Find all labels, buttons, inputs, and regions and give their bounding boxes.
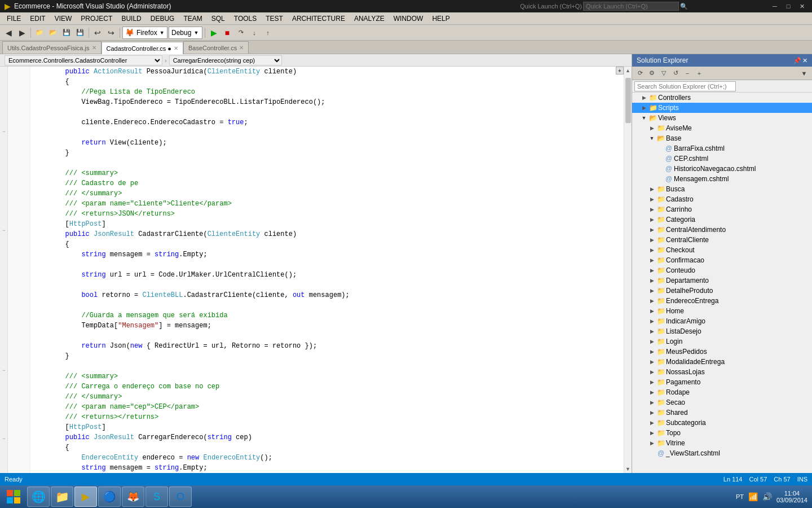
tree-item-views[interactable]: ▼ 📂 Views (632, 113, 812, 123)
menu-edit[interactable]: EDIT (25, 14, 50, 24)
taskbar-outlook[interactable]: O (169, 487, 192, 507)
collapse-marker-1[interactable]: − (0, 128, 8, 135)
tree-item-controllers[interactable]: ▶ 📁 Controllers (632, 93, 812, 103)
menu-team[interactable]: TEAM (179, 14, 206, 24)
tree-item-centralatendimento[interactable]: ▶ 📁 CentralAtendimento (632, 225, 812, 235)
se-sync-button[interactable]: ⟳ (634, 68, 646, 79)
tree-item-mensagem[interactable]: @ Mensagem.cshtml (632, 174, 812, 184)
tree-item-carrinho[interactable]: ▶ 📁 Carrinho (632, 204, 812, 214)
tree-item-viewstart[interactable]: @ _ViewStart.cshtml (632, 448, 812, 458)
tree-item-rodape[interactable]: ▶ 📁 Rodape (632, 387, 812, 397)
undo-button[interactable]: ↩ (91, 27, 104, 39)
tree-item-scripts[interactable]: ▶ 📁 Scripts (632, 103, 812, 113)
menu-tools[interactable]: TOOLS (230, 14, 261, 24)
start-button[interactable] (2, 485, 25, 508)
collapse-marker-2[interactable]: − (0, 226, 8, 234)
redo-button[interactable]: ↪ (105, 27, 117, 39)
menu-file[interactable]: FILE (2, 14, 25, 24)
tree-item-listadesejo[interactable]: ▶ 📁 ListaDesejo (632, 326, 812, 336)
menu-analyze[interactable]: ANALYZE (350, 14, 389, 24)
tree-item-checkout[interactable]: ▶ 📁 Checkout (632, 245, 812, 255)
open-button[interactable]: 📂 (47, 27, 59, 39)
method-select[interactable]: CarregarEndereco(string cep) (169, 55, 282, 65)
tab-utils[interactable]: Utils.CadastroPessoaFisica.js ✕ (2, 41, 102, 54)
step-out-button[interactable]: ↑ (262, 27, 274, 39)
browser-dropdown[interactable]: 🦊 Firefox ▼ (122, 27, 167, 39)
step-over-button[interactable]: ↷ (235, 27, 247, 39)
tray-sound-icon[interactable]: 🔊 (762, 492, 772, 501)
tree-item-home[interactable]: ▶ 📁 Home (632, 306, 812, 316)
tab-base-controller[interactable]: BaseController.cs ✕ (183, 41, 249, 54)
tree-item-historico[interactable]: @ HistoricoNavegacao.cshtml (632, 164, 812, 174)
tree-item-enderecoentrega[interactable]: ▶ 📁 EnderecoEntrega (632, 296, 812, 306)
tree-item-vitrine[interactable]: ▶ 📁 Vitrine (632, 438, 812, 448)
tree-item-detalheproduto[interactable]: ▶ 📁 DetalheProduto (632, 286, 812, 296)
namespace-select[interactable]: Ecommerce.Controllers.CadastroController (5, 55, 162, 65)
menu-help[interactable]: HELP (427, 14, 454, 24)
close-button[interactable]: ✕ (796, 2, 807, 11)
menu-build[interactable]: BUILD (117, 14, 145, 24)
tree-item-modalidadeentrega[interactable]: ▶ 📁 ModalidadeEntrega (632, 357, 812, 367)
taskbar-vs[interactable]: ▶ (74, 487, 97, 507)
tree-item-base[interactable]: ▼ 📂 Base (632, 133, 812, 143)
tree-item-conteudo[interactable]: ▶ 📁 Conteudo (632, 265, 812, 275)
collapse-marker-3[interactable]: − (0, 366, 8, 374)
run-button[interactable]: ▶ (208, 27, 220, 39)
tree-item-barrafixa[interactable]: @ BarraFixa.cshtml (632, 143, 812, 154)
forward-button[interactable]: ▶ (16, 27, 28, 39)
se-filter-button[interactable]: ▽ (658, 68, 669, 79)
tree-item-categoria[interactable]: ▶ 📁 Categoria (632, 214, 812, 225)
back-button[interactable]: ◀ (2, 27, 15, 39)
tree-item-cep[interactable]: @ CEP.cshtml (632, 154, 812, 164)
menu-project[interactable]: PROJECT (76, 14, 117, 24)
stop-button[interactable]: ■ (221, 27, 233, 39)
menu-sql[interactable]: SQL (207, 14, 230, 24)
se-properties-button[interactable]: ⚙ (646, 68, 657, 79)
tray-network-icon[interactable]: 📶 (748, 492, 758, 501)
code-editor[interactable]: public ActionResult PessoaJuridica(Clien… (30, 67, 624, 473)
mode-dropdown[interactable]: Debug ▼ (169, 27, 202, 39)
vertical-scrollbar[interactable]: ▲ ▼ (624, 67, 632, 473)
tree-item-shared[interactable]: ▶ 📁 Shared (632, 408, 812, 418)
tab-cadastro-close[interactable]: ✕ (174, 45, 178, 51)
se-refresh-button[interactable]: ↺ (670, 68, 681, 79)
tree-item-aviseme[interactable]: ▶ 📁 AviseMe (632, 123, 812, 133)
minimize-button[interactable]: ─ (769, 2, 780, 11)
scroll-up-button[interactable]: ▲ (624, 67, 632, 75)
tree-item-cadastro[interactable]: ▶ 📁 Cadastro (632, 194, 812, 204)
save-button[interactable]: 💾 (60, 27, 73, 39)
se-pin-button[interactable]: 📌 (793, 57, 801, 64)
scroll-down-button[interactable]: ▼ (624, 465, 632, 473)
clock[interactable]: 11:04 03/09/2014 (776, 490, 807, 503)
expand-button[interactable]: + (616, 67, 624, 75)
tree-item-centralcliente[interactable]: ▶ 📁 CentralCliente (632, 235, 812, 245)
tab-utils-close[interactable]: ✕ (92, 45, 96, 51)
tree-item-departamento[interactable]: ▶ 📁 Departamento (632, 275, 812, 286)
maximize-button[interactable]: □ (783, 2, 794, 11)
se-menu-button[interactable]: ▼ (798, 68, 810, 79)
step-into-button[interactable]: ↓ (248, 27, 261, 39)
menu-test[interactable]: TEST (261, 14, 288, 24)
menu-view[interactable]: VIEW (50, 14, 77, 24)
collapse-marker-4[interactable]: − (0, 435, 8, 443)
taskbar-explorer[interactable]: 📁 (51, 487, 73, 507)
save-all-button[interactable]: 💾 (74, 27, 86, 39)
menu-window[interactable]: WINDOW (389, 14, 428, 24)
taskbar-chrome[interactable]: 🔵 (98, 487, 121, 507)
tree-item-indicaramigo[interactable]: ▶ 📁 IndicarAmigo (632, 316, 812, 326)
taskbar-skype[interactable]: S (145, 487, 168, 507)
tab-cadastro-controller[interactable]: CadastroController.cs ● ✕ (102, 42, 183, 54)
menu-debug[interactable]: DEBUG (146, 14, 179, 24)
tree-item-meuspedidos[interactable]: ▶ 📁 MeusPedidos (632, 347, 812, 357)
tree-item-nossaslojas[interactable]: ▶ 📁 NossasLojas (632, 367, 812, 377)
tree-item-pagamento[interactable]: ▶ 📁 Pagamento (632, 377, 812, 387)
tree-item-busca[interactable]: ▶ 📁 Busca (632, 184, 812, 194)
tree-item-confirmacao[interactable]: ▶ 📁 Confirmacao (632, 255, 812, 265)
tree-item-secao[interactable]: ▶ 📁 Secao (632, 397, 812, 408)
se-close-button[interactable]: ✕ (802, 57, 807, 64)
new-project-button[interactable]: 📁 (33, 27, 46, 39)
tree-item-login[interactable]: ▶ 📁 Login (632, 336, 812, 347)
taskbar-firefox[interactable]: 🦊 (122, 487, 144, 507)
scroll-thumb[interactable] (625, 78, 631, 123)
taskbar-ie[interactable]: 🌐 (27, 487, 50, 507)
